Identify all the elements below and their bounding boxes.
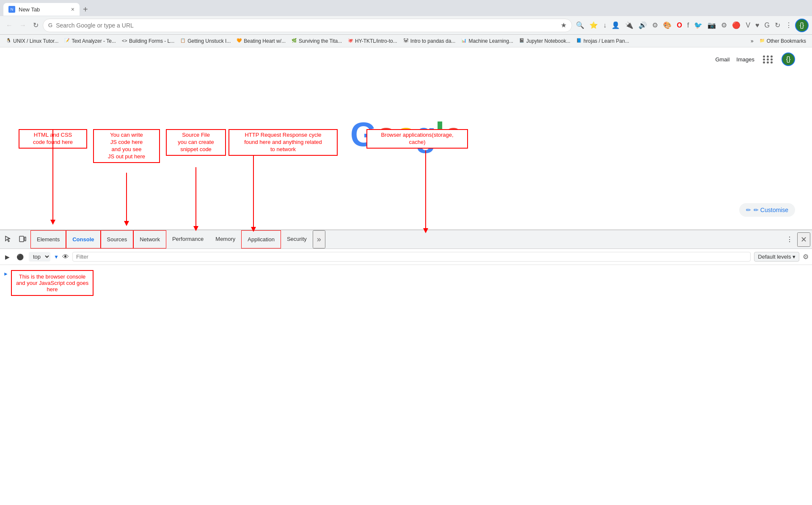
tab-memory[interactable]: Memory: [209, 230, 241, 248]
back-btn[interactable]: ←: [3, 20, 15, 31]
devtools-tabs: Elements Console Sources Network Perform…: [30, 230, 782, 248]
console-gear-btn[interactable]: ⚙: [803, 253, 809, 261]
tab-application[interactable]: Application: [241, 230, 281, 248]
bookmark-item-10[interactable]: 📘 hrojas / Learn Pan...: [574, 37, 632, 45]
nav-icon-btn-8[interactable]: f: [685, 20, 691, 31]
bookmark-item-8[interactable]: 📊 Machine Learning...: [459, 37, 515, 45]
bookmark-label-0: UNIX / Linux Tutor...: [13, 38, 58, 44]
svg-rect-6: [25, 237, 26, 241]
bookmark-icon-5: 🌿: [292, 38, 297, 44]
console-filter-input[interactable]: [72, 252, 751, 262]
nav-icon-btn-7[interactable]: ⚙: [650, 19, 660, 31]
chrome-menu-btn[interactable]: ⋮: [783, 19, 794, 31]
other-bookmarks-label: Other Bookmarks: [767, 38, 806, 44]
bookmark-label-10: hrojas / Learn Pan...: [584, 38, 629, 44]
devtools-settings[interactable]: 🎨: [661, 19, 674, 31]
bookmark-item-5[interactable]: 🌿 Surviving the Tita...: [289, 37, 344, 45]
devtools-device-toggle[interactable]: [16, 233, 29, 246]
bookmark-label-7: Intro to pandas da...: [410, 38, 456, 44]
bookmarks-bar: 🐧 UNIX / Linux Tutor... 📝 Text Analyzer …: [0, 35, 812, 47]
new-tab-btn[interactable]: +: [80, 5, 91, 14]
bookmark-star-icon[interactable]: ★: [561, 21, 567, 29]
google-apps-btn[interactable]: [761, 52, 775, 66]
folder-icon: 📁: [760, 38, 765, 44]
bookmark-icon-3: 📋: [180, 38, 186, 44]
google-g-favicon: G: [48, 22, 52, 28]
devtools-select-tool[interactable]: [2, 233, 14, 246]
devtools-more-tabs[interactable]: »: [313, 230, 325, 248]
customise-label: ✏ Customise: [754, 207, 788, 213]
tab-security[interactable]: Security: [281, 230, 313, 248]
devtools-close-btn[interactable]: ✕: [797, 232, 810, 247]
gmail-link[interactable]: Gmail: [715, 56, 729, 63]
bookmark-label-6: HY-TKTL/intro-to...: [355, 38, 397, 44]
forward-btn[interactable]: →: [17, 20, 29, 31]
bookmark-item-9[interactable]: 📓 Jupyter Notebook...: [517, 37, 573, 45]
user-avatar[interactable]: {}: [795, 19, 809, 32]
nav-icon-btn-10[interactable]: 📷: [705, 19, 718, 31]
bookmark-item-4[interactable]: 🧡 Beating Heart w/...: [234, 37, 288, 45]
nav-icon-btn-6[interactable]: 🔊: [636, 19, 649, 31]
bookmark-label-2: Building Forms - L...: [129, 38, 174, 44]
console-context-select[interactable]: top: [29, 252, 50, 262]
bookmark-label-1: Text Analyzer - Te...: [72, 38, 116, 44]
console-annotation-output: This is the browser consoleand your Java…: [11, 270, 94, 296]
console-expand-arrow[interactable]: ►: [3, 271, 8, 277]
nav-icon-btn-4[interactable]: 👤: [609, 19, 622, 31]
bookmark-item-1[interactable]: 📝 Text Analyzer - Te...: [62, 37, 118, 45]
tab-sources[interactable]: Sources: [101, 230, 134, 248]
google-apps-grid: [763, 55, 773, 63]
address-bar[interactable]: G ★: [43, 19, 572, 32]
google-user-avatar[interactable]: {}: [782, 52, 795, 66]
bookmarks-more-icon: »: [751, 38, 754, 44]
console-eye-btn[interactable]: 👁: [62, 253, 69, 261]
nav-bar: ← → ↻ G ★ 🔍 ⭐ ↓ 👤 🔌 🔊 ⚙ 🎨 O f 🐦 📷 ⚙ 🔴 V …: [0, 16, 812, 35]
address-input[interactable]: [56, 22, 557, 29]
bookmark-item-3[interactable]: 📋 Getting Unstuck I...: [178, 37, 233, 45]
tab-network[interactable]: Network: [133, 230, 166, 248]
bookmark-item-0[interactable]: 🐧 UNIX / Linux Tutor...: [3, 37, 61, 45]
devtools-kebab-menu[interactable]: ⋮: [784, 234, 795, 245]
tab-console[interactable]: Console: [66, 230, 100, 248]
bookmarks-more-btn[interactable]: »: [748, 37, 756, 45]
console-play-btn[interactable]: ▶: [3, 252, 11, 262]
console-levels-btn[interactable]: Default levels ▾: [754, 252, 799, 262]
bookmark-item-2[interactable]: <> Building Forms - L...: [119, 37, 177, 45]
elements-annotation: HTML and CSScode found here: [19, 129, 87, 149]
tab-performance[interactable]: Performance: [166, 230, 209, 248]
bookmark-icon-2: <>: [122, 38, 128, 44]
nav-icon-btn-1[interactable]: 🔍: [574, 19, 586, 31]
nav-icon-btn-12[interactable]: 🔴: [730, 19, 743, 31]
console-line-1: ► This is the browser consoleand your Ja…: [3, 268, 809, 298]
nav-icon-btn-9[interactable]: 🐦: [692, 19, 705, 31]
nav-icon-btn-3[interactable]: ↓: [601, 20, 608, 31]
bookmark-label-4: Beating Heart w/...: [244, 38, 286, 44]
network-arrow: [253, 155, 254, 238]
bookmark-item-7[interactable]: 🐼 Intro to pandas da...: [401, 37, 458, 45]
images-link[interactable]: Images: [736, 56, 754, 63]
bookmark-icon-9: 📓: [519, 38, 525, 44]
main-content: Gmail Images {} HTML and CSScode found h…: [0, 47, 812, 229]
bookmark-item-6[interactable]: 🐙 HY-TKTL/intro-to...: [345, 37, 400, 45]
nav-icon-btn-5[interactable]: 🔌: [623, 19, 636, 31]
devtools-panel: Elements Console Sources Network Perform…: [0, 229, 812, 301]
console-clear-btn[interactable]: ⚫: [15, 252, 25, 262]
bookmark-icon-7: 🐼: [403, 38, 409, 44]
active-tab[interactable]: N New Tab ×: [3, 3, 80, 16]
nav-icon-btn-16[interactable]: ↻: [773, 19, 782, 31]
other-bookmarks[interactable]: 📁 Other Bookmarks: [757, 37, 809, 45]
customise-btn[interactable]: ✏ ✏ Customise: [739, 203, 795, 217]
nav-icon-btn-13[interactable]: V: [743, 20, 752, 31]
opera-o[interactable]: O: [674, 20, 684, 31]
bookmark-label-9: Jupyter Notebook...: [526, 38, 570, 44]
nav-icon-btn-11[interactable]: ⚙: [719, 19, 729, 31]
nav-icon-btn-15[interactable]: G: [762, 20, 772, 31]
reload-btn[interactable]: ↻: [30, 19, 41, 31]
nav-icons: 🔍 ⭐ ↓ 👤 🔌 🔊 ⚙ 🎨 O f 🐦 📷 ⚙ 🔴 V ♥ G ↻ ⋮ {}: [574, 19, 809, 32]
console-bar: ▶ ⚫ top ▼ 👁 Default levels ▾ ⚙: [0, 249, 812, 265]
bookmark-label-8: Machine Learning...: [468, 38, 513, 44]
nav-icon-btn-2[interactable]: ⭐: [587, 19, 600, 31]
nav-icon-btn-14[interactable]: ♥: [753, 20, 762, 31]
tab-elements[interactable]: Elements: [30, 230, 66, 248]
tab-close-btn[interactable]: ×: [71, 6, 74, 13]
